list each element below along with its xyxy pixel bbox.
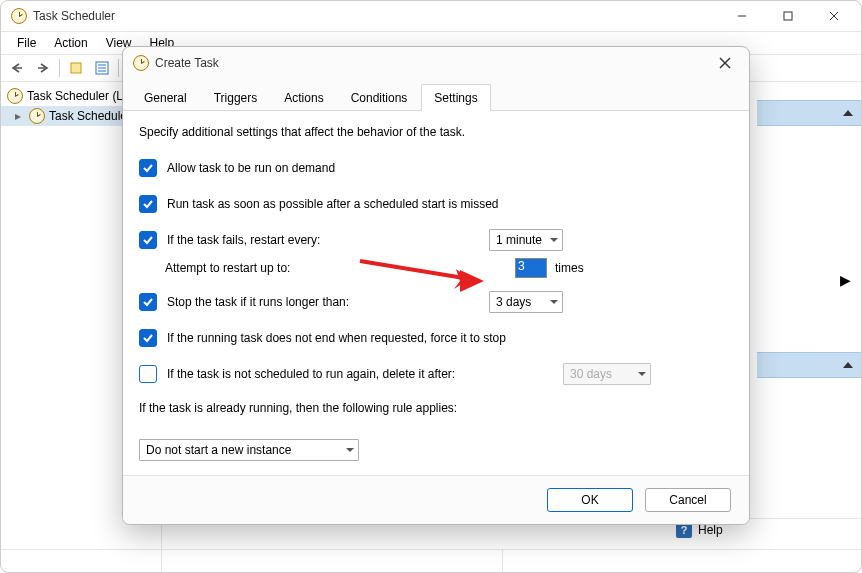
menu-file[interactable]: File: [9, 34, 44, 52]
settings-tabpage: Specify additional settings that affect …: [123, 111, 749, 475]
properties-icon[interactable]: [64, 56, 88, 80]
stop-duration-select[interactable]: 3 days: [489, 291, 563, 313]
dialog-titlebar: Create Task: [123, 47, 749, 79]
titlebar: Task Scheduler: [1, 1, 861, 32]
actions-header-bottom[interactable]: [757, 352, 861, 378]
svg-rect-6: [71, 63, 81, 73]
rule-label: If the task is already running, then the…: [139, 401, 733, 415]
allow-demand-label: Allow task to be run on demand: [167, 161, 733, 175]
menu-action[interactable]: Action: [46, 34, 95, 52]
clock-icon: [7, 88, 23, 104]
delete-after-checkbox[interactable]: [139, 365, 157, 383]
tab-settings[interactable]: Settings: [421, 84, 490, 111]
forward-button[interactable]: [31, 56, 55, 80]
tabs: General Triggers Actions Conditions Sett…: [123, 79, 749, 111]
clock-icon: [133, 55, 149, 71]
minimize-button[interactable]: [719, 1, 765, 31]
dialog-title: Create Task: [155, 56, 709, 70]
restart-every-label: If the task fails, restart every:: [167, 233, 733, 247]
dialog-buttons: OK Cancel: [123, 475, 749, 524]
restart-every-checkbox[interactable]: [139, 231, 157, 249]
ok-button[interactable]: OK: [547, 488, 633, 512]
force-stop-label: If the running task does not end when re…: [167, 331, 733, 345]
delete-after-select: 30 days: [563, 363, 651, 385]
attempt-count-input[interactable]: 3: [515, 258, 547, 278]
task-scheduler-icon: [11, 8, 27, 24]
tab-conditions[interactable]: Conditions: [338, 84, 421, 111]
concurrency-rule-select[interactable]: Do not start a new instance: [139, 439, 359, 461]
settings-subhead: Specify additional settings that affect …: [139, 125, 733, 139]
tab-actions[interactable]: Actions: [271, 84, 336, 111]
actions-header-top[interactable]: [757, 100, 861, 126]
expand-icon[interactable]: ▸: [15, 109, 25, 123]
svg-rect-1: [784, 12, 792, 20]
collapse-up-icon: [843, 110, 853, 116]
scroll-right-icon[interactable]: ▶: [840, 272, 851, 288]
back-button[interactable]: [5, 56, 29, 80]
stop-longer-label: Stop the task if it runs longer than:: [167, 295, 733, 309]
run-missed-checkbox[interactable]: [139, 195, 157, 213]
close-button[interactable]: [811, 1, 857, 31]
restart-interval-select[interactable]: 1 minute: [489, 229, 563, 251]
attempt-upto-label: Attempt to restart up to:: [165, 261, 733, 275]
collapse-up-icon: [843, 362, 853, 368]
tree-child-label: Task Schedule: [49, 109, 127, 123]
force-stop-checkbox[interactable]: [139, 329, 157, 347]
attempt-suffix: times: [555, 261, 584, 275]
cancel-button[interactable]: Cancel: [645, 488, 731, 512]
run-missed-label: Run task as soon as possible after a sch…: [167, 197, 733, 211]
window-title: Task Scheduler: [33, 9, 719, 23]
clock-icon: [29, 108, 45, 124]
allow-demand-checkbox[interactable]: [139, 159, 157, 177]
maximize-button[interactable]: [765, 1, 811, 31]
stop-longer-checkbox[interactable]: [139, 293, 157, 311]
tree-root-label: Task Scheduler (L: [27, 89, 123, 103]
tab-general[interactable]: General: [131, 84, 200, 111]
statusbar: [1, 549, 861, 572]
help-label: Help: [698, 523, 723, 537]
tab-triggers[interactable]: Triggers: [201, 84, 271, 111]
dialog-close-button[interactable]: [709, 49, 741, 77]
list-icon[interactable]: [90, 56, 114, 80]
create-task-dialog: Create Task General Triggers Actions Con…: [122, 46, 750, 525]
